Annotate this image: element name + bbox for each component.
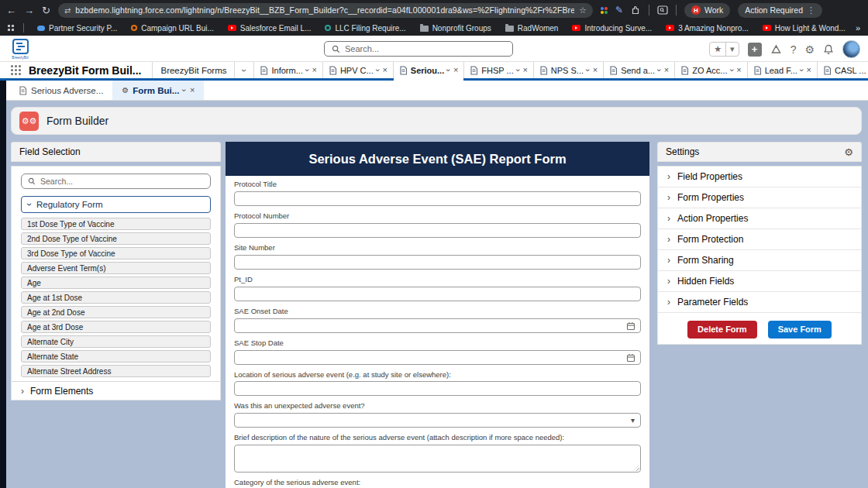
nav-tab[interactable]: ZO Acc... › × [675, 62, 747, 78]
setup-gear-icon[interactable]: ⚙ [804, 44, 815, 55]
url-bar[interactable]: ⇄ bzbdemo.lightning.force.com/lightning/… [58, 3, 593, 18]
settings-section-row[interactable]: › Field Properties [658, 167, 861, 187]
tab-dropdown-icon[interactable]: › [656, 69, 664, 72]
tab-close-icon[interactable]: × [807, 66, 811, 74]
field-input[interactable]: ▾ [234, 413, 641, 428]
settings-section-row[interactable]: › Form Sharing [658, 250, 861, 271]
field-input[interactable]: ▾ [234, 191, 641, 206]
guidance-center-icon[interactable] [770, 44, 782, 55]
field-input[interactable]: ▾ [234, 318, 641, 333]
app-logo[interactable]: BreezyBit [11, 39, 29, 60]
favorites-star-icon[interactable]: ★ [710, 44, 725, 54]
global-search-input[interactable]: Search... [324, 41, 513, 57]
favorites-dropdown-icon[interactable]: ▾ [726, 44, 739, 54]
back-icon[interactable]: ← [6, 5, 16, 15]
field-chip[interactable]: Adverse Event Term(s) [21, 262, 211, 274]
nav-tab[interactable]: HPV C... › × [323, 62, 394, 78]
field-input[interactable]: ▾ [234, 381, 641, 396]
tab-close-icon[interactable]: × [593, 66, 598, 74]
quick-create-icon[interactable]: + [748, 43, 762, 57]
field-chip[interactable]: Age [21, 277, 211, 289]
nav-home-tab[interactable]: BreezyBit Forms [152, 62, 234, 78]
resize-grip[interactable] [633, 465, 639, 471]
field-chip[interactable]: Age at 2nd Dose [21, 306, 211, 318]
favorites-control[interactable]: ★ ▾ [709, 42, 739, 57]
nav-tab[interactable]: Seriou... › × [394, 62, 465, 78]
bookmark-item[interactable]: RadWomen [500, 24, 564, 33]
field-search-input[interactable]: Search... [21, 174, 211, 189]
nav-tab[interactable]: NPS S... › × [534, 62, 604, 78]
help-icon[interactable]: ? [790, 44, 797, 55]
field-input[interactable]: ▾ [234, 223, 641, 238]
calendar-icon[interactable] [626, 353, 636, 363]
regulatory-form-group[interactable]: › Regulatory Form [21, 196, 211, 213]
bookmark-item[interactable]: LLC Filing Require... [319, 24, 411, 33]
nav-tab[interactable]: Lead F... › × [748, 62, 818, 78]
app-launcher-icon[interactable] [11, 65, 21, 75]
nav-tab[interactable]: CASL ... › × [818, 62, 868, 78]
tab-dropdown-icon[interactable]: › [797, 69, 806, 72]
bookmark-item[interactable]: Partner Security P... [32, 24, 122, 33]
tab-dropdown-icon[interactable]: › [303, 69, 312, 72]
tab-dropdown-icon[interactable]: › [374, 69, 382, 72]
bookmark-item[interactable]: Campaign URL Bui... [126, 24, 219, 33]
save-form-button[interactable]: Save Form [768, 321, 832, 339]
delete-form-button[interactable]: Delete Form [687, 321, 757, 339]
apps-grid-icon[interactable] [8, 25, 14, 31]
subtab-dropdown-icon[interactable]: › [181, 89, 189, 92]
calendar-icon[interactable] [626, 321, 636, 331]
field-chip[interactable]: 1st Dose Type of Vaccine [21, 218, 211, 230]
subtab-serious-adverse[interactable]: Serious Adverse... [9, 81, 112, 100]
nav-tab[interactable]: FHSP ... › × [464, 62, 533, 78]
field-chip[interactable]: Alternate City [21, 335, 211, 348]
edit-extension-icon[interactable]: ✎ [615, 5, 623, 15]
settings-section-row[interactable]: › Action Properties [658, 208, 861, 229]
form-elements-group[interactable]: › Form Elements [12, 381, 220, 400]
extensions-icon[interactable] [631, 5, 641, 15]
tab-close-icon[interactable]: × [312, 66, 316, 74]
subtab-close-icon[interactable]: × [190, 86, 195, 95]
bookmark-item[interactable]: Salesforce Email L... [222, 24, 317, 33]
settings-section-row[interactable]: › Hidden Fields [658, 271, 861, 292]
settings-section-row[interactable]: › Form Protection [658, 229, 861, 250]
tab-close-icon[interactable]: × [382, 66, 387, 74]
field-input[interactable]: ▾ [234, 287, 641, 301]
field-chip[interactable]: Alternate State [21, 350, 211, 363]
nav-tab[interactable]: Send a... › × [604, 62, 675, 78]
site-info-icon[interactable]: ⇄ [64, 6, 71, 15]
field-chip[interactable]: Age at 3rd Dose [21, 321, 211, 333]
tab-dropdown-icon[interactable]: › [584, 69, 592, 72]
settings-gear-icon[interactable]: ⚙ [844, 146, 853, 158]
bookmark-item[interactable]: Introducing Surve... [567, 24, 657, 33]
subtab-form-builder[interactable]: ⚙ Form Bui... › × [112, 81, 204, 100]
profile-chip[interactable]: H Work [684, 3, 730, 18]
field-chip[interactable]: 2nd Dose Type of Vaccine [21, 232, 211, 245]
nav-tab[interactable]: Inform... › × [254, 62, 322, 78]
field-input[interactable]: ▾ [234, 445, 641, 473]
reload-icon[interactable]: ↻ [42, 5, 50, 15]
notifications-bell-icon[interactable] [823, 44, 834, 55]
bookmark-item[interactable]: How Light & Wond... [757, 24, 851, 33]
settings-section-row[interactable]: › Parameter Fields [658, 292, 861, 313]
field-chip[interactable]: Age at 1st Dose [21, 291, 211, 304]
tab-close-icon[interactable]: × [664, 66, 669, 74]
tab-dropdown-icon[interactable]: › [445, 69, 453, 72]
field-chip[interactable]: Alternate Street Address [21, 365, 211, 377]
user-avatar[interactable] [842, 40, 860, 58]
select-caret-icon[interactable]: ▾ [631, 416, 635, 424]
colorful-extension-icon[interactable] [601, 7, 608, 14]
tab-close-icon[interactable]: × [522, 66, 527, 74]
tab-dropdown-icon[interactable]: › [728, 69, 736, 72]
field-chip[interactable]: 3rd Dose Type of Vaccine [21, 247, 211, 259]
tab-dropdown-icon[interactable]: › [514, 69, 522, 72]
field-input[interactable]: ▾ [234, 350, 641, 365]
bookmark-star-icon[interactable]: ☆ [579, 5, 587, 15]
bookmark-item[interactable]: Nonprofit Groups [415, 24, 497, 33]
settings-section-row[interactable]: › Form Properties [658, 187, 861, 208]
url-text[interactable]: bzbdemo.lightning.force.com/lightning/n/… [75, 5, 574, 15]
forward-icon[interactable]: → [24, 5, 34, 15]
tab-close-icon[interactable]: × [453, 66, 458, 74]
side-panel-icon[interactable] [657, 5, 668, 15]
bookmarks-overflow-icon[interactable]: » [856, 23, 860, 33]
bookmark-item[interactable]: 3 Amazing Nonpro... [660, 24, 754, 33]
